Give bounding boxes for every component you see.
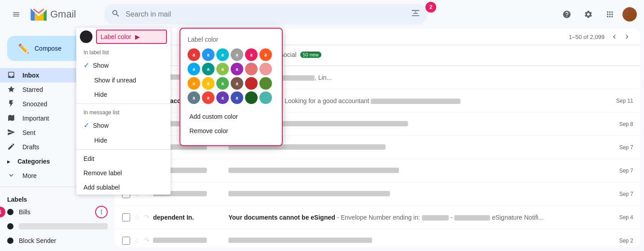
color-swatch[interactable]: a xyxy=(259,48,272,61)
menu-divider-2 xyxy=(76,149,171,150)
show-in-message-item[interactable]: ✓ Show xyxy=(76,117,171,133)
show-label: Show xyxy=(93,62,109,69)
block-dot xyxy=(7,238,13,244)
color-swatch[interactable] xyxy=(259,77,272,90)
color-swatch[interactable]: a xyxy=(216,77,229,90)
remove-label-item[interactable]: Remove label xyxy=(76,166,171,180)
email-checkbox[interactable] xyxy=(122,237,130,245)
check-icon: ✓ xyxy=(83,61,89,69)
drafts-icon xyxy=(7,143,15,152)
color-swatch[interactable]: a xyxy=(216,48,229,61)
labels-title: Labels xyxy=(7,194,108,205)
color-swatch[interactable] xyxy=(259,63,272,75)
add-custom-color-option[interactable]: Add custom color xyxy=(188,109,275,124)
color-swatch[interactable]: a xyxy=(188,77,200,90)
star-button[interactable]: ☆ xyxy=(134,213,140,221)
email-sender: dependent In. xyxy=(153,214,225,221)
email-date: Sep 8 xyxy=(619,121,633,127)
color-swatch[interactable]: a xyxy=(188,63,200,75)
check-icon-2: ✓ xyxy=(83,121,89,130)
next-page-button[interactable] xyxy=(621,30,633,43)
color-swatch[interactable]: a xyxy=(216,63,229,75)
email-row[interactable]: ☆ ↷ Sep 2 xyxy=(115,229,640,247)
color-row-4: a a a a xyxy=(188,91,275,104)
add-custom-color-label: Add custom color xyxy=(189,113,238,120)
help-button[interactable] xyxy=(558,5,576,23)
forward-icon: ↷ xyxy=(144,213,149,221)
color-row-3: a a a a xyxy=(188,77,275,90)
color-swatch[interactable]: a xyxy=(202,63,215,75)
search-input[interactable] xyxy=(126,10,406,18)
search-bar[interactable] xyxy=(104,4,427,25)
color-swatch[interactable]: a xyxy=(202,91,215,104)
menu-button[interactable] xyxy=(7,5,25,23)
sent-label: Sent xyxy=(22,129,35,136)
inbox-label: Inbox xyxy=(22,72,39,79)
color-swatch[interactable]: a xyxy=(216,91,229,104)
settings-button[interactable] xyxy=(579,5,597,23)
email-content: good accountant - Looking for a good acc… xyxy=(228,97,613,104)
label-item-block[interactable]: Block Sender xyxy=(7,234,108,248)
snoozed-label: Snoozed xyxy=(22,100,47,108)
label-item-bills[interactable]: 1 Bills xyxy=(7,205,108,219)
color-swatch[interactable]: a xyxy=(188,91,200,104)
forward-icon: ↷ xyxy=(144,236,149,245)
prev-page-button[interactable] xyxy=(608,30,621,43)
color-swatch[interactable]: a xyxy=(231,48,243,61)
edit-item[interactable]: Edit xyxy=(76,151,171,166)
avatar[interactable] xyxy=(622,7,637,22)
color-swatch[interactable] xyxy=(245,77,258,90)
star-button[interactable]: ☆ xyxy=(134,236,140,245)
label-menu-button[interactable] xyxy=(95,206,108,218)
label-color-label: Label color xyxy=(101,33,131,40)
label-item-2[interactable] xyxy=(7,219,108,234)
label-color-submenu: Label color a a a a a a a a a a a a a a … xyxy=(180,28,283,146)
hide-label: Hide xyxy=(94,91,107,98)
labels-section: Labels 1 Bills xyxy=(0,190,115,250)
email-checkbox[interactable] xyxy=(122,213,130,221)
email-content: Your documents cannot be eSigned - Envel… xyxy=(228,214,616,221)
label2-label xyxy=(19,223,108,229)
hide-in-list-item[interactable]: Hide xyxy=(76,87,171,102)
submenu-arrow: ▶ xyxy=(135,33,140,40)
add-sublabel-item[interactable]: Add sublabel xyxy=(76,180,171,195)
add-sublabel-text: Add sublabel xyxy=(83,184,120,191)
app-header: Gmail 2 xyxy=(0,0,644,29)
color-swatch[interactable]: a xyxy=(231,77,243,90)
label-color-item[interactable]: Label color ▶ xyxy=(96,30,167,44)
categories-label: Categories xyxy=(18,158,50,165)
color-row-2: a a a a xyxy=(188,63,275,75)
color-swatch[interactable]: a xyxy=(202,48,215,61)
email-row[interactable]: ☆ ↷ Sep 7 xyxy=(115,182,640,206)
email-row[interactable]: ☆ ↷ dependent In. Your documents cannot … xyxy=(115,206,640,229)
email-date: Sep 4 xyxy=(619,214,633,221)
email-date: Sep 2 xyxy=(619,238,633,244)
hide-msg-label: Hide xyxy=(94,137,107,144)
apps-button[interactable] xyxy=(601,5,619,23)
header-left: Gmail xyxy=(7,5,97,23)
important-label: Important xyxy=(22,115,49,122)
show-if-unread-label: Show if unread xyxy=(94,77,136,84)
show-in-list-item[interactable]: ✓ Show xyxy=(76,57,171,73)
color-swatch[interactable]: a xyxy=(202,77,215,90)
color-swatch[interactable]: a xyxy=(188,48,200,61)
remove-color-option[interactable]: Remove color xyxy=(188,124,275,138)
gmail-text: Gmail xyxy=(50,9,76,20)
color-swatch[interactable]: a xyxy=(231,91,243,104)
block-label: Block Sender xyxy=(19,237,108,244)
color-swatch[interactable]: a xyxy=(245,48,258,61)
color-swatch[interactable]: a xyxy=(231,63,243,75)
bills-label: Bills xyxy=(19,208,90,216)
email-date: Sep 11 xyxy=(616,98,633,104)
color-swatch[interactable] xyxy=(245,63,258,75)
email-row[interactable]: ☆ ↷ Sep 7 xyxy=(115,159,640,182)
label-dot-preview xyxy=(80,30,92,43)
color-swatch[interactable] xyxy=(245,91,258,104)
remove-label-text: Remove label xyxy=(83,169,122,177)
show-if-unread-item[interactable]: Show if unread xyxy=(76,73,171,87)
in-label-list-section: In label list xyxy=(76,46,171,57)
hide-in-message-item[interactable]: Hide xyxy=(76,133,171,147)
search-filter-icon[interactable] xyxy=(411,9,420,20)
in-message-list-section: In message list xyxy=(76,106,171,117)
color-swatch[interactable] xyxy=(259,91,272,104)
